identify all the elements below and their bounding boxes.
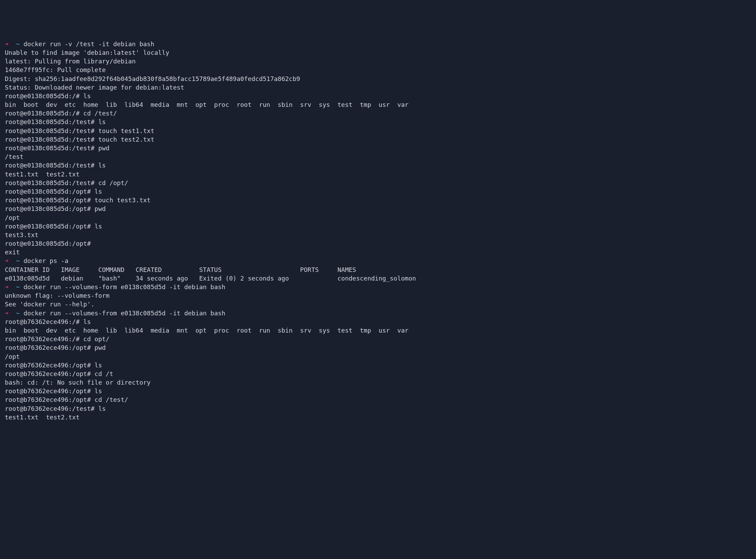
- terminal-segment: root@e0138c085d5d:/test# ls: [5, 162, 106, 169]
- terminal-segment: Status: Downloaded newer image for debia…: [5, 84, 184, 91]
- terminal-line: root@b76362ece496:/# ls: [5, 317, 751, 326]
- terminal-segment: /opt: [5, 214, 20, 221]
- terminal-line: Digest: sha256:1aadfee8d292f64b045adb830…: [5, 74, 751, 83]
- terminal-line: root@e0138c085d5d:/test# pwd: [5, 144, 751, 152]
- terminal-line: test3.txt: [5, 231, 751, 239]
- terminal-line: bin boot dev etc home lib lib64 media mn…: [5, 100, 751, 109]
- terminal-line: /test: [5, 152, 751, 161]
- terminal-segment: /test: [5, 153, 23, 160]
- terminal-line: root@e0138c085d5d:/opt# ls: [5, 187, 751, 196]
- terminal-segment: ➜: [5, 283, 16, 291]
- terminal-segment: docker run --volumes-from e0138c085d5d -…: [20, 309, 225, 317]
- terminal-segment: root@e0138c085d5d:/opt# ls: [5, 223, 102, 230]
- terminal-segment: root@e0138c085d5d:/test# pwd: [5, 144, 109, 152]
- terminal-segment: root@e0138c085d5d:/# ls: [5, 92, 91, 100]
- terminal-segment: test3.txt: [5, 231, 39, 238]
- terminal-line: test1.txt test2.txt: [5, 170, 751, 179]
- terminal-segment: root@b76362ece496:/opt# ls: [5, 387, 102, 395]
- terminal-line: test1.txt test2.txt: [5, 413, 751, 421]
- terminal-line: root@b76362ece496:/opt# cd /t: [5, 369, 751, 378]
- terminal-segment: bash: cd: /t: No such file or directory: [5, 379, 151, 386]
- terminal-line: ➜ ~ docker run --volumes-form e0138c085d…: [5, 283, 751, 291]
- terminal-line: root@e0138c085d5d:/opt# touch test3.txt: [5, 196, 751, 204]
- terminal-segment: root@b76362ece496:/opt# ls: [5, 362, 102, 369]
- terminal-segment: root@e0138c085d5d:/test# cd /opt/: [5, 179, 128, 186]
- terminal-segment: root@e0138c085d5d:/# cd /test/: [5, 110, 117, 117]
- terminal-segment: ~: [16, 40, 20, 48]
- terminal-line: exit: [5, 248, 751, 256]
- terminal-line: root@b76362ece496:/opt# ls: [5, 361, 751, 369]
- terminal-line: Unable to find image 'debian:latest' loc…: [5, 48, 751, 57]
- terminal-line: ➜ ~ docker run --volumes-from e0138c085d…: [5, 309, 751, 317]
- terminal-segment: test1.txt test2.txt: [5, 414, 80, 421]
- terminal-segment: root@b76362ece496:/# cd opt/: [5, 335, 109, 343]
- terminal-segment: ➜: [5, 40, 16, 48]
- terminal-segment: ~: [16, 257, 20, 264]
- terminal-segment: test1.txt test2.txt: [5, 171, 80, 178]
- terminal-segment: root@e0138c085d5d:/test# touch test1.txt: [5, 127, 154, 134]
- terminal-segment: root@b76362ece496:/opt# pwd: [5, 344, 106, 351]
- terminal-line: latest: Pulling from library/debian: [5, 57, 751, 65]
- terminal-segment: latest: Pulling from library/debian: [5, 58, 136, 65]
- terminal-segment: root@b76362ece496:/test# ls: [5, 405, 106, 412]
- terminal-segment: CONTAINER ID IMAGE COMMAND CREATED STATU…: [5, 266, 356, 273]
- terminal-line: root@e0138c085d5d:/opt#: [5, 239, 751, 248]
- terminal-line: ➜ ~ docker ps -a: [5, 256, 751, 265]
- terminal-segment: docker ps -a: [20, 257, 68, 264]
- terminal-segment: e0138c085d5d debian "bash" 34 seconds ag…: [5, 275, 416, 282]
- terminal-segment: ~: [16, 309, 20, 317]
- terminal-segment: root@e0138c085d5d:/test# ls: [5, 118, 106, 125]
- terminal-line: root@e0138c085d5d:/test# cd /opt/: [5, 179, 751, 187]
- terminal-segment: root@e0138c085d5d:/opt# pwd: [5, 205, 106, 212]
- terminal-line: root@e0138c085d5d:/# cd /test/: [5, 109, 751, 118]
- terminal-segment: 1468e7ff95fc: Pull complete: [5, 66, 106, 73]
- terminal-line: bash: cd: /t: No such file or directory: [5, 378, 751, 387]
- terminal-segment: /opt: [5, 353, 20, 360]
- terminal-line: See 'docker run --help'.: [5, 300, 751, 308]
- terminal-segment: unknown flag: --volumes-form: [5, 292, 109, 299]
- terminal-line: root@b76362ece496:/opt# ls: [5, 387, 751, 395]
- terminal-line: /opt: [5, 352, 751, 361]
- terminal-segment: root@b76362ece496:/# ls: [5, 318, 91, 325]
- terminal-segment: bin boot dev etc home lib lib64 media mn…: [5, 327, 408, 334]
- terminal-segment: root@e0138c085d5d:/opt# ls: [5, 188, 102, 195]
- terminal-segment: bin boot dev etc home lib lib64 media mn…: [5, 101, 408, 108]
- terminal-line: root@e0138c085d5d:/test# ls: [5, 161, 751, 170]
- terminal-segment: See 'docker run --help'.: [5, 301, 94, 308]
- terminal-line: /opt: [5, 213, 751, 222]
- terminal-line: ➜ ~ docker run -v /test -it debian bash: [5, 40, 751, 48]
- terminal-line: root@e0138c085d5d:/test# touch test2.txt: [5, 135, 751, 144]
- terminal-segment: exit: [5, 248, 20, 256]
- terminal-segment: root@b76362ece496:/opt# cd /t: [5, 370, 113, 377]
- terminal-line: root@b76362ece496:/opt# cd /test/: [5, 395, 751, 404]
- terminal-segment: ~: [16, 283, 20, 291]
- terminal-line: e0138c085d5d debian "bash" 34 seconds ag…: [5, 274, 751, 283]
- terminal-segment: root@e0138c085d5d:/test# touch test2.txt: [5, 136, 154, 143]
- terminal-segment: root@e0138c085d5d:/opt#: [5, 240, 91, 247]
- terminal-line: bin boot dev etc home lib lib64 media mn…: [5, 326, 751, 335]
- terminal-line: root@e0138c085d5d:/# ls: [5, 92, 751, 100]
- terminal-segment: ➜: [5, 309, 16, 317]
- terminal-line: unknown flag: --volumes-form: [5, 291, 751, 300]
- terminal-segment: docker run --volumes-form e0138c085d5d -…: [20, 283, 225, 291]
- terminal-line: root@b76362ece496:/test# ls: [5, 404, 751, 413]
- terminal-line: root@b76362ece496:/# cd opt/: [5, 335, 751, 343]
- terminal-segment: root@b76362ece496:/opt# cd /test/: [5, 396, 128, 403]
- terminal-line: root@e0138c085d5d:/test# ls: [5, 118, 751, 126]
- terminal-output[interactable]: ➜ ~ docker run -v /test -it debian bashU…: [5, 40, 751, 421]
- terminal-line: Status: Downloaded newer image for debia…: [5, 83, 751, 92]
- terminal-line: 1468e7ff95fc: Pull complete: [5, 65, 751, 74]
- terminal-line: root@e0138c085d5d:/opt# pwd: [5, 204, 751, 213]
- terminal-segment: root@e0138c085d5d:/opt# touch test3.txt: [5, 196, 151, 204]
- terminal-line: root@e0138c085d5d:/opt# ls: [5, 222, 751, 231]
- terminal-segment: docker run -v /test -it debian bash: [20, 40, 154, 48]
- terminal-line: CONTAINER ID IMAGE COMMAND CREATED STATU…: [5, 265, 751, 274]
- terminal-line: root@e0138c085d5d:/test# touch test1.txt: [5, 126, 751, 135]
- terminal-line: root@b76362ece496:/opt# pwd: [5, 343, 751, 352]
- terminal-segment: Digest: sha256:1aadfee8d292f64b045adb830…: [5, 75, 300, 82]
- terminal-segment: Unable to find image 'debian:latest' loc…: [5, 49, 169, 56]
- terminal-segment: ➜: [5, 257, 16, 264]
